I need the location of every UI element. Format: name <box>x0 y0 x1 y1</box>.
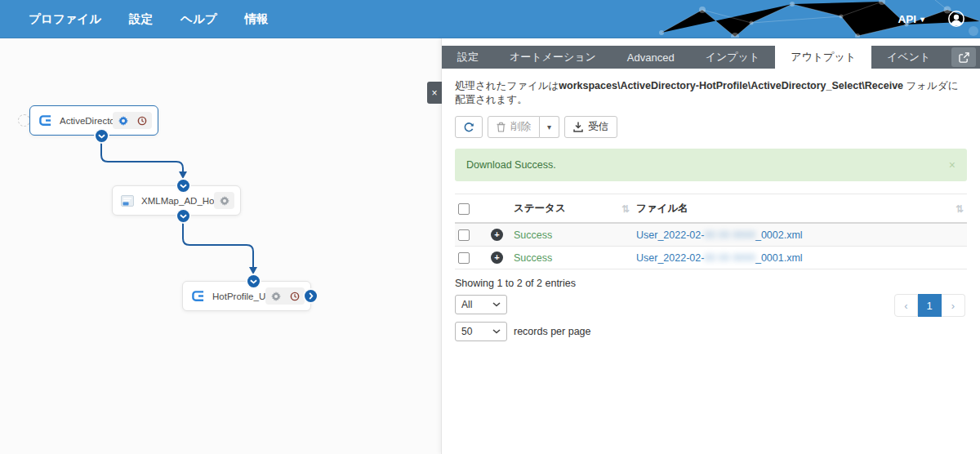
nav-right: API ▾ <box>898 10 965 28</box>
node-schedule-button[interactable] <box>133 114 150 127</box>
node-left-anchor-ghost[interactable] <box>18 114 30 127</box>
success-alert: Download Success. × <box>455 149 967 181</box>
nav-menu: プロファイル 設定 ヘルプ 情報 <box>15 11 283 27</box>
node-settings-button[interactable] <box>114 114 131 127</box>
nav-item-settings[interactable]: 設定 <box>115 11 167 27</box>
flow-node-xmlmap[interactable]: XMLMap_AD_Hot... <box>112 185 241 216</box>
receive-button[interactable]: 受信 <box>564 116 617 138</box>
nav-item-info[interactable]: 情報 <box>231 11 283 27</box>
node-label: ActiveDirecto... <box>60 116 113 126</box>
external-link-icon <box>959 52 969 63</box>
output-files-table: ステータス ⇅ ファイル名 ⇅ <box>455 194 967 269</box>
flow-node-hotprofile[interactable]: HotProfile_U... <box>182 281 311 311</box>
select-value: 50 <box>461 326 472 337</box>
api-dropdown[interactable]: API ▾ <box>898 13 924 25</box>
status-value: Success <box>514 229 552 241</box>
panel-tabbar: 設定 オートメーション Advanced インプット アウトプット イベント <box>442 46 980 69</box>
file-link[interactable]: User_2022-02-00 00 0000_0002.xml <box>636 229 803 241</box>
row-checkbox[interactable] <box>458 252 470 264</box>
node3-input-anchor[interactable] <box>247 275 260 287</box>
output-toolbar: 削除 ▾ 受信 <box>455 116 967 138</box>
file-link[interactable]: User_2022-02-00 00 0000_0001.xml <box>636 252 803 264</box>
tab-events[interactable]: イベント <box>871 46 946 69</box>
receive-label: 受信 <box>588 120 608 134</box>
expand-row-icon[interactable]: + <box>491 229 503 241</box>
user-icon <box>947 10 965 28</box>
chevron-down-icon: ▾ <box>920 15 924 24</box>
delete-dropdown-button[interactable]: ▾ <box>540 116 559 138</box>
row-checkbox[interactable] <box>458 229 470 241</box>
chevron-down-icon <box>180 184 187 189</box>
table-row: + Success User_2022-02-00 00 0000_0002.x… <box>455 223 967 247</box>
status-header-label: ステータス <box>514 202 566 216</box>
node2-input-anchor[interactable] <box>177 180 189 192</box>
api-label: API <box>898 13 916 25</box>
pagination: ‹ 1 › <box>894 294 965 317</box>
node3-right-anchor[interactable] <box>305 290 317 302</box>
trash-icon <box>497 122 506 132</box>
node2-output-anchor[interactable] <box>177 210 189 222</box>
chevron-down-icon <box>180 214 187 219</box>
xmlmap-icon <box>121 195 134 207</box>
filter-select-row: All <box>455 295 967 314</box>
filename-column-header[interactable]: ファイル名 ⇅ <box>633 194 967 224</box>
alert-close-icon[interactable]: × <box>949 158 956 171</box>
chevron-right-icon <box>309 292 314 300</box>
tab-automation[interactable]: オートメーション <box>494 46 612 69</box>
entries-summary: Showing 1 to 2 of 2 entries <box>455 278 967 289</box>
status-filter-select[interactable]: All <box>455 295 507 314</box>
page-length-select[interactable]: 50 <box>455 322 507 341</box>
user-account-button[interactable] <box>947 10 965 28</box>
connector-detail-panel: × 設定 オートメーション Advanced インプット アウトプット イベント… <box>441 38 980 454</box>
next-page-button[interactable]: › <box>942 294 965 317</box>
filename-header-label: ファイル名 <box>636 202 688 216</box>
gear-icon <box>271 292 281 301</box>
connector-lines <box>0 38 441 454</box>
chevron-down-icon <box>250 279 257 284</box>
records-per-page-label: records per page <box>514 326 591 337</box>
node-schedule-button[interactable] <box>286 289 303 303</box>
page-length-row: 50 records per page <box>455 322 967 341</box>
select-all-checkbox[interactable] <box>458 203 470 215</box>
refresh-icon <box>463 122 474 133</box>
node-settings-button[interactable] <box>216 194 233 207</box>
node-action-group <box>113 112 152 129</box>
node-label: XMLMap_AD_Hot... <box>141 196 214 206</box>
select-value: All <box>461 299 472 310</box>
open-external-button[interactable] <box>951 47 976 67</box>
page-1-button[interactable]: 1 <box>918 294 942 317</box>
flow-node-activedirectory[interactable]: ActiveDirecto... <box>29 105 158 136</box>
nav-item-profile[interactable]: プロファイル <box>15 11 115 27</box>
node-action-group <box>265 287 305 305</box>
table-header-row: ステータス ⇅ ファイル名 ⇅ <box>455 194 967 224</box>
node1-output-anchor[interactable] <box>96 130 108 142</box>
sort-icon[interactable]: ⇅ <box>621 203 630 215</box>
node-action-group <box>214 192 234 209</box>
table-row: + Success User_2022-02-00 00 0000_0001.x… <box>455 247 967 269</box>
file-suffix: _0002.xml <box>755 229 803 241</box>
caret-down-icon: ▾ <box>547 122 551 131</box>
file-redacted: 00 00 0000 <box>704 229 755 241</box>
delete-button[interactable]: 削除 <box>488 116 540 138</box>
clock-icon <box>290 292 300 301</box>
tab-advanced[interactable]: Advanced <box>612 46 690 69</box>
file-redacted: 00 00 0000 <box>704 252 755 264</box>
sort-icon[interactable]: ⇅ <box>956 203 964 215</box>
download-icon <box>573 122 583 132</box>
nav-item-help[interactable]: ヘルプ <box>167 11 231 27</box>
panel-close-button[interactable]: × <box>427 82 442 104</box>
tab-input[interactable]: インプット <box>690 46 776 69</box>
tab-output[interactable]: アウトプット <box>775 46 871 69</box>
workflow-canvas[interactable]: ActiveDirecto... <box>0 38 441 454</box>
previous-page-button[interactable]: ‹ <box>894 294 918 317</box>
delete-button-group: 削除 ▾ <box>488 116 559 138</box>
gear-icon <box>118 116 128 126</box>
node-settings-button[interactable] <box>267 289 284 303</box>
expand-row-icon[interactable]: + <box>491 251 503 264</box>
file-suffix: _0001.xml <box>755 252 803 264</box>
tab-settings[interactable]: 設定 <box>442 46 494 69</box>
refresh-button[interactable] <box>455 116 483 138</box>
connector-logo-icon <box>38 114 52 127</box>
status-column-header[interactable]: ステータス ⇅ <box>510 194 633 224</box>
gear-icon <box>220 196 229 206</box>
